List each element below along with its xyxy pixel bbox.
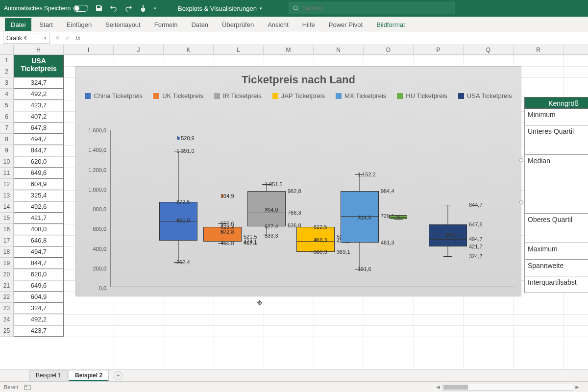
data-cell[interactable]: 492,2 (14, 314, 64, 325)
row-header[interactable]: 10 (0, 156, 13, 168)
row-header[interactable]: 15 (0, 213, 13, 224)
autosave-toggle[interactable]: Automatisches Speichern (4, 5, 88, 12)
ribbon-tab-daten[interactable]: Daten (185, 18, 214, 31)
data-cell[interactable]: 649,6 (14, 280, 64, 292)
scroll-left-icon[interactable]: ◄ (434, 384, 442, 391)
data-cell[interactable]: 407,2 (14, 111, 64, 122)
data-cell[interactable]: 844,7 (14, 145, 64, 156)
horizontal-scrollbar[interactable]: ◄ ► (434, 382, 581, 392)
data-cell[interactable]: 324,7 (14, 77, 64, 89)
ribbon-tab-bildformat[interactable]: Bildformat (370, 18, 411, 31)
ribbon-tab-power pivot[interactable]: Power Pivot (323, 18, 368, 31)
column-header[interactable]: N (314, 45, 364, 54)
legend-item[interactable]: IR Ticketpreis (214, 92, 262, 99)
chart-legend[interactable]: China TicketpreisUK TicketpreisIR Ticket… (76, 92, 521, 99)
save-icon[interactable] (95, 4, 103, 12)
kenngroesse-row[interactable]: Interquartilsabst (524, 276, 588, 293)
data-cell[interactable]: 646,8 (14, 235, 64, 246)
ribbon-tab-start[interactable]: Start (33, 18, 58, 31)
data-cell[interactable]: 620,0 (14, 269, 64, 280)
data-cell[interactable]: 492,2 (14, 89, 64, 100)
touch-mode-icon[interactable] (139, 4, 147, 12)
data-cell[interactable]: 494,7 (14, 134, 64, 145)
legend-item[interactable]: HU Ticketpreis (397, 92, 447, 99)
data-cell[interactable]: 620,0 (14, 156, 64, 168)
boxplot-HU[interactable]: ✕ (390, 130, 407, 287)
toggle-off-icon[interactable] (74, 5, 88, 12)
chart-object[interactable]: Ticketpreis nach Land China TicketpreisU… (75, 66, 521, 296)
data-cell[interactable]: 324,7 (14, 303, 64, 314)
kenngroesse-row[interactable]: Spannweite (524, 260, 588, 276)
accept-formula-icon[interactable]: ✓ (65, 34, 71, 42)
row-header[interactable]: 6 (0, 111, 13, 122)
row-header[interactable]: 21 (0, 280, 13, 292)
column-header[interactable]: O (364, 45, 414, 54)
row-header[interactable]: 11 (0, 168, 13, 179)
column-header[interactable]: Q (464, 45, 514, 54)
kenngroesse-row[interactable]: Unteres Quartil (524, 125, 588, 155)
data-cell[interactable]: 604,9 (14, 179, 64, 190)
formula-input[interactable] (85, 33, 588, 44)
accessibility-icon[interactable] (24, 384, 31, 391)
row-header[interactable]: 3 (0, 77, 13, 89)
row-header[interactable]: 18 (0, 246, 13, 258)
sheet-tab[interactable]: Beispiel 1 (29, 370, 68, 381)
row-header[interactable]: 20 (0, 269, 13, 280)
fx-icon[interactable]: fx (75, 34, 80, 42)
ribbon-tab-datei[interactable]: Datei (5, 18, 31, 31)
data-cell[interactable]: 492,6 (14, 201, 64, 213)
chart-plot-area[interactable]: 0,0200,0400,0600,0800,01.000,01.200,01.4… (81, 130, 515, 287)
name-box[interactable]: Grafik 4▾ (3, 33, 50, 44)
row-header[interactable]: 2 (0, 66, 13, 77)
boxplot-USA[interactable]: ✕844,7647,8542,7494,7421,7324,7 (429, 130, 467, 287)
legend-item[interactable]: China Ticketpreis (85, 92, 143, 99)
data-cell[interactable]: 844,7 (14, 258, 64, 269)
column-header[interactable]: J (114, 45, 164, 54)
data-cell[interactable]: 494,7 (14, 246, 64, 258)
row-header[interactable]: 4 (0, 89, 13, 100)
column-header[interactable]: M (264, 45, 314, 54)
row-header[interactable]: 25 (0, 325, 13, 337)
qat-dropdown-icon[interactable]: ▾ (154, 6, 156, 11)
row-header[interactable]: 24 (0, 314, 13, 325)
column-header[interactable]: L (214, 45, 264, 54)
chart-title[interactable]: Ticketpreis nach Land (76, 74, 521, 86)
ribbon-tab-einfügen[interactable]: Einfügen (61, 18, 98, 31)
data-cell[interactable]: 604,9 (14, 292, 64, 303)
kenngroesse-row[interactable]: Oberes Quartil (524, 214, 588, 243)
row-header[interactable]: 23 (0, 303, 13, 314)
scroll-right-icon[interactable]: ► (573, 384, 581, 391)
row-header[interactable]: 7 (0, 122, 13, 134)
column-header[interactable]: K (164, 45, 214, 54)
search-input[interactable] (303, 5, 451, 12)
ribbon-tab-überprüfen[interactable]: Überprüfen (216, 18, 260, 31)
sheet-tab[interactable]: Beispiel 2 (69, 370, 109, 381)
redo-icon[interactable] (124, 4, 132, 12)
kenngroesse-row[interactable]: Maximum (524, 243, 588, 260)
kenngroesse-row[interactable]: Minimum (524, 109, 588, 125)
boxplot-UK[interactable]: ✕934,9656,6623,3572,8521,5474,1457,1455,… (203, 130, 242, 287)
search-box[interactable] (289, 2, 455, 14)
data-cell[interactable]: 408,0 (14, 224, 64, 235)
row-header[interactable]: 8 (0, 134, 13, 145)
add-sheet-button[interactable]: + (114, 371, 122, 380)
column-header[interactable]: H (14, 45, 64, 54)
row-header[interactable]: 5 (0, 100, 13, 111)
boxplot-JAP[interactable]: ✕622,5520,7488,3475,2369,1368,3 (296, 130, 335, 287)
row-header[interactable]: 1 (0, 55, 13, 66)
ribbon-tab-ansicht[interactable]: Ansicht (262, 18, 294, 31)
legend-item[interactable]: JAP Ticketpreis (272, 92, 325, 99)
row-header[interactable]: 13 (0, 190, 13, 201)
kenngroesse-row[interactable]: Median (524, 155, 588, 214)
data-cell[interactable]: 423,7 (14, 325, 64, 337)
data-cell[interactable]: 325,4 (14, 190, 64, 201)
legend-item[interactable]: USA Ticketpreis (458, 92, 512, 99)
ribbon-tab-formeln[interactable]: Formeln (148, 18, 184, 31)
data-cell[interactable]: 421,7 (14, 213, 64, 224)
column-header[interactable]: P (414, 45, 464, 54)
chevron-down-icon[interactable]: ▾ (44, 36, 47, 41)
resize-handle-icon[interactable] (519, 200, 523, 204)
undo-icon[interactable] (110, 4, 118, 12)
column-header[interactable]: I (64, 45, 114, 54)
select-all-corner[interactable] (0, 45, 14, 54)
